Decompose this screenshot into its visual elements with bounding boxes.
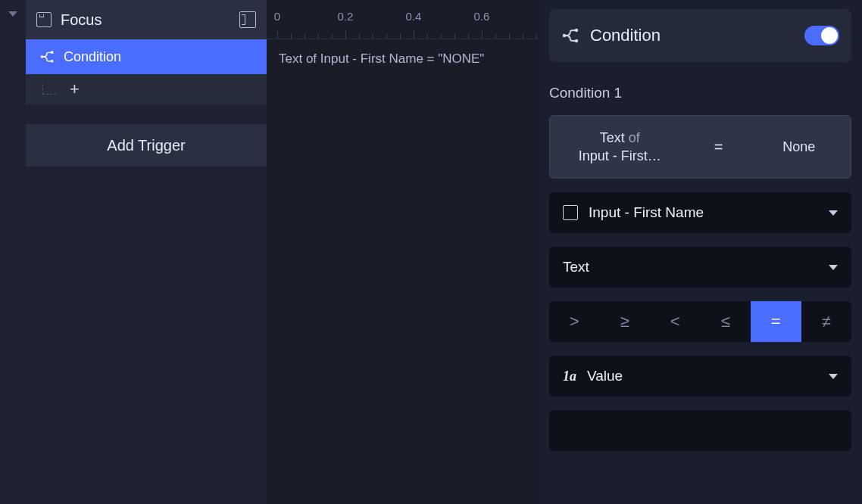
add-trigger-button[interactable]: Add Trigger: [26, 124, 267, 166]
summary-lhs: Text of Input - First…: [550, 129, 689, 166]
ruler-tick-label: 0.6: [474, 10, 490, 23]
action-row-label: Condition: [64, 49, 121, 65]
tree-branch-icon: [42, 84, 56, 95]
element-icon: [563, 205, 578, 220]
chevron-down-icon: [829, 210, 838, 216]
ruler-tick-minor: [332, 34, 333, 39]
ruler-tick-label: 0.4: [406, 10, 422, 23]
target-element-dropdown[interactable]: Input - First Name: [549, 192, 851, 233]
ruler-tick-minor: [373, 34, 373, 39]
condition-section-label: Condition 1: [549, 85, 851, 101]
inspector-title: Condition: [590, 26, 794, 45]
operator-selector: >≥<≤=≠: [549, 301, 851, 342]
summary-lhs-prefix: Text: [600, 130, 625, 145]
ruler-tick: [414, 31, 414, 39]
svg-point-0: [41, 55, 44, 58]
operator-button[interactable]: ≥: [600, 301, 651, 342]
condition-summary[interactable]: Text of Input - First… = None: [549, 115, 851, 179]
value-type-dropdown[interactable]: 1a Value: [549, 356, 851, 397]
svg-point-3: [563, 34, 566, 37]
timeline-ruler[interactable]: 00.20.40.60.8: [267, 0, 539, 39]
property-dropdown[interactable]: Text: [549, 247, 851, 288]
side-panel-icon[interactable]: [239, 11, 256, 28]
operator-button[interactable]: =: [751, 301, 801, 342]
svg-point-2: [51, 60, 54, 63]
operator-button[interactable]: ≤: [701, 301, 751, 342]
branch-icon: [561, 26, 579, 45]
input-element-icon: [36, 12, 52, 27]
ruler-tick: [345, 31, 346, 39]
operator-button[interactable]: >: [549, 301, 600, 342]
add-trigger-label: Add Trigger: [107, 137, 185, 154]
ruler-tick-minor: [509, 34, 510, 39]
plus-icon: +: [70, 79, 80, 99]
chevron-down-icon: [829, 374, 838, 379]
svg-point-5: [575, 39, 578, 42]
ruler-tick-minor: [468, 34, 469, 39]
summary-operator: =: [689, 138, 747, 156]
operator-button[interactable]: ≠: [801, 301, 852, 342]
summary-lhs-target: Input - First…: [579, 148, 661, 163]
property-label: Text: [563, 259, 818, 275]
timeline-panel: 00.20.40.60.8 Text of Input - First Name…: [267, 0, 539, 504]
condition-enabled-toggle[interactable]: [804, 26, 839, 45]
toggle-knob: [821, 27, 838, 44]
trigger-header: Focus: [26, 0, 267, 39]
chevron-down-icon: [829, 265, 838, 270]
add-action-row[interactable]: +: [26, 74, 267, 104]
value-type-label: Value: [587, 368, 818, 384]
ruler-tick-minor: [305, 34, 305, 39]
ruler-tick-minor: [427, 34, 428, 39]
branch-icon: [39, 49, 55, 64]
ruler-tick-minor: [386, 34, 387, 39]
ruler-tick-minor: [359, 34, 360, 39]
variable-icon: 1a: [563, 369, 576, 384]
operator-button[interactable]: <: [650, 301, 701, 342]
value-input[interactable]: [549, 410, 851, 451]
inspector-panel: Condition Condition 1 Text of Input - Fi…: [539, 0, 862, 504]
svg-point-1: [51, 51, 54, 54]
action-row-condition[interactable]: Condition: [26, 39, 267, 74]
ruler-tick-minor: [400, 34, 401, 39]
collapse-gutter[interactable]: [0, 0, 26, 504]
ruler-tick-minor: [291, 34, 292, 39]
ruler-tick: [277, 31, 278, 39]
trigger-title: Focus: [61, 11, 230, 29]
chevron-down-icon: [8, 11, 17, 17]
condition-summary-text: Text of Input - First Name = "NONE": [267, 39, 539, 79]
summary-rhs: None: [748, 139, 851, 155]
ruler-tick-minor: [318, 34, 319, 39]
svg-point-4: [575, 29, 578, 32]
ruler-tick-minor: [495, 34, 496, 39]
target-element-label: Input - First Name: [589, 204, 818, 221]
summary-lhs-of: of: [629, 130, 640, 145]
ruler-tick-label: 0: [274, 10, 280, 23]
ruler-tick-minor: [441, 34, 442, 39]
ruler-tick-minor: [454, 34, 455, 39]
ruler-tick-minor: [536, 34, 537, 39]
ruler-tick: [482, 31, 483, 39]
inspector-header: Condition: [549, 9, 851, 62]
triggers-panel: Focus Condition + Add Trigger: [26, 0, 267, 504]
ruler-tick-minor: [523, 34, 523, 39]
ruler-tick-label: 0.2: [338, 10, 354, 23]
